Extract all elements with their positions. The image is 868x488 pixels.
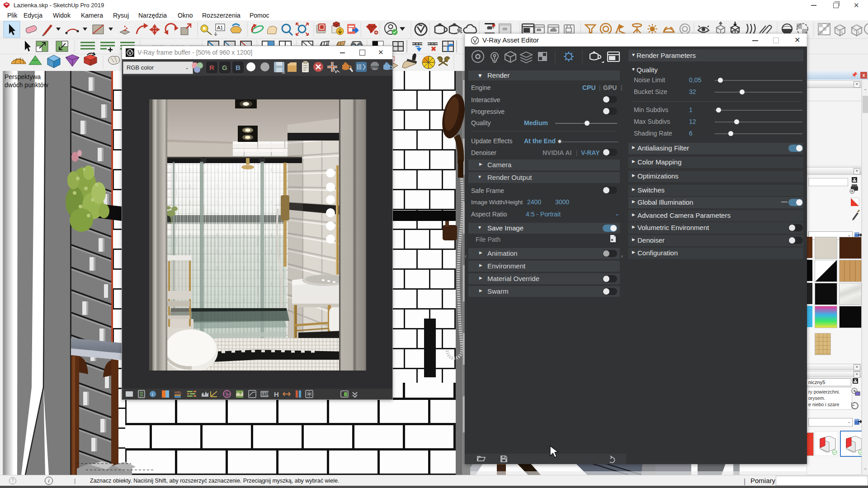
svg-text:B: B: [236, 64, 241, 71]
svg-text:G: G: [222, 64, 227, 71]
svg-text:dwóch punktów: dwóch punktów: [5, 81, 48, 89]
svg-text:R: R: [209, 64, 214, 71]
svg-text:LUT: LUT: [261, 392, 269, 396]
svg-text:A1: A1: [217, 25, 223, 30]
svg-text:i: i: [152, 392, 153, 397]
svg-text:STOP: STOP: [371, 66, 380, 69]
svg-text:HSL: HSL: [175, 390, 182, 394]
svg-text:H: H: [274, 390, 279, 398]
svg-text:Perspektywa: Perspektywa: [5, 73, 41, 80]
